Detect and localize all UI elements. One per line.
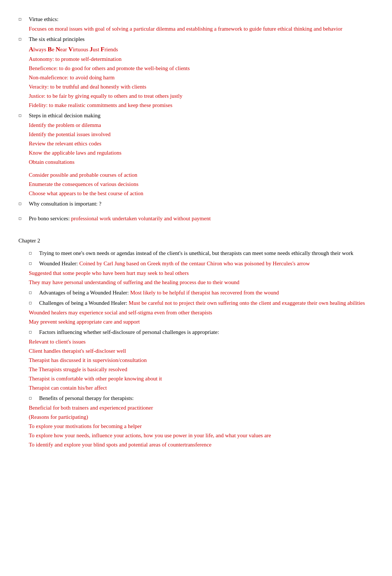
factors-sub: Relevant to client's issues Client handl… [29, 337, 374, 392]
letter-N: N [56, 46, 60, 53]
letter-A: A [29, 46, 33, 53]
bullet-icon-c2-1: ◻ [29, 249, 39, 256]
factors-label: Factors influencing whether self-disclos… [39, 328, 374, 337]
bullet-pro-bono: ◻ Pro bono services: professional work u… [18, 214, 374, 223]
benefit-2: (Reasons for participating) [29, 413, 374, 421]
pro-bono-label-text: Pro bono services: [29, 215, 71, 221]
step-know-laws: Know the applicable laws and regulations [29, 148, 374, 157]
letter-V: V [68, 46, 73, 53]
section-ethical-decision: ◻ Steps in ethical decision making Ident… [18, 111, 374, 198]
bullet-ethical-decision: ◻ Steps in ethical decision making [18, 111, 374, 120]
six-principles-label: The six ethical principles [29, 35, 374, 44]
virtue-ethics-sub: Focuses on moral issues with goal of sol… [29, 24, 374, 33]
factor-1: Relevant to client's issues [29, 337, 374, 346]
bullet-icon-c2-3: ◻ [29, 288, 39, 296]
factor-6: Therapist can contain his/her affect [29, 383, 374, 392]
bullet-six-principles: ◻ The six ethical principles [18, 35, 374, 44]
challenges-sub: Wounded healers may experience social an… [29, 308, 374, 326]
principles-mnemonic: Always Be Near Virtuous Just Friends [29, 44, 374, 54]
bullet-icon-c2-4: ◻ [29, 299, 39, 306]
step-choose-best: Choose what appears to be the best cours… [29, 189, 374, 198]
section-wounded-healer: ◻ Wounded Healer: Coined by Carl Jung ba… [18, 259, 374, 287]
bullet-icon-3: ◻ [18, 111, 29, 118]
section-factors-self-disclosure: ◻ Factors influencing whether self-discl… [18, 328, 374, 392]
section-pro-bono: ◻ Pro bono services: professional work u… [18, 214, 374, 223]
bullet-why-consultation: ◻ Why consultation is important: ? [18, 199, 374, 208]
ethical-decision-sub: Identify the problem or dilemma Identify… [29, 121, 374, 198]
factor-3: Therapist has discussed it in supervisio… [29, 356, 374, 365]
principle-justice: Justice: to be fair by giving equally to… [29, 92, 374, 100]
bullet-benefits: ◻ Benefits of personal therapy for thera… [18, 394, 374, 403]
six-principles-sub: Always Be Near Virtuous Just Friends Aut… [29, 44, 374, 110]
why-consultation-label: Why consultation is important: ? [29, 199, 374, 208]
challenges-label: Challenges of being a Wounded Healer: Mu… [39, 299, 374, 307]
advantages-label: Advantages of being a Wounded Healer: Mo… [39, 288, 374, 297]
bullet-icon-2: ◻ [18, 35, 29, 42]
section-virtue-ethics: ◻ Virtue ethics: Focuses on moral issues… [18, 15, 374, 33]
letter-J: J [90, 46, 93, 53]
benefits-sub: Beneficial for both trainers and experie… [29, 403, 374, 449]
bullet-wounded-healer: ◻ Wounded Healer: Coined by Carl Jung ba… [18, 259, 374, 268]
challenges-sub-1: Wounded healers may experience social an… [29, 308, 374, 317]
wounded-healer-sub-1: Suggested that some people who have been… [29, 269, 374, 277]
principle-fidelity: Fidelity: to make realistic commitments … [29, 101, 374, 110]
wounded-healer-title: Wounded Healer: [39, 261, 79, 266]
section-unethical-needs: ◻ Trying to meet one's own needs or agen… [18, 249, 374, 258]
step-identify-issues: Identify the potential issues involved [29, 130, 374, 139]
step-obtain-consultations: Obtain consultations [29, 158, 374, 166]
bullet-icon-5: ◻ [18, 214, 29, 221]
letter-F: F [101, 46, 104, 53]
principle-beneficence: Beneficence: to do good for others and p… [29, 64, 374, 73]
benefit-3: To explore your motivations for becoming… [29, 422, 374, 431]
step-spacer [29, 167, 374, 170]
wounded-healer-sub-2: They may have personal understanding of … [29, 278, 374, 287]
bullet-advantages: ◻ Advantages of being a Wounded Healer: … [18, 288, 374, 297]
advantages-desc: Most likely to be helpful if therapist h… [130, 290, 279, 296]
section-advantages-wounded-healer: ◻ Advantages of being a Wounded Healer: … [18, 288, 374, 297]
unethical-needs-label: Trying to meet one's own needs or agenda… [39, 249, 374, 258]
virtue-ethics-label: Virtue ethics: [29, 15, 374, 24]
virtue-ethics-desc: Focuses on moral issues with goal of sol… [29, 24, 374, 33]
wounded-healer-desc: Coined by Carl Jung based on Greek myth … [79, 261, 310, 266]
step-consider-courses: Consider possible and probable courses o… [29, 170, 374, 179]
challenges-desc: Must be careful not to project their own… [129, 300, 365, 306]
section-why-consultation: ◻ Why consultation is important: ? [18, 199, 374, 208]
bullet-icon-c2-2: ◻ [29, 259, 39, 266]
chapter-2-heading: Chapter 2 [18, 236, 374, 245]
challenges-title: Challenges of being a Wounded Healer: [39, 300, 129, 306]
benefit-1: Beneficial for both trainers and experie… [29, 403, 374, 412]
section-six-principles: ◻ The six ethical principles Always Be N… [18, 35, 374, 110]
factor-2: Client handles therapist's self-disclose… [29, 346, 374, 355]
section-benefits-personal-therapy: ◻ Benefits of personal therapy for thera… [18, 394, 374, 449]
bullet-icon-c2-6: ◻ [29, 394, 39, 401]
principle-veracity: Veracity: to be truthful and deal honest… [29, 82, 374, 91]
ethical-decision-label: Steps in ethical decision making [29, 111, 374, 120]
bullet-icon: ◻ [18, 15, 29, 22]
spacer-chapter2 [18, 224, 374, 230]
step-review-ethics: Review the relevant ethics codes [29, 139, 374, 148]
pro-bono-label: Pro bono services: professional work und… [29, 214, 374, 223]
wounded-healer-sub: Suggested that some people who have been… [29, 269, 374, 287]
benefits-label: Benefits of personal therapy for therapi… [39, 394, 374, 403]
principle-non-maleficence: Non-maleficence: to avoid doing harm [29, 73, 374, 82]
factor-4: The Therapists struggle is basically res… [29, 365, 374, 374]
factor-5: Therapist is comfortable with other peop… [29, 374, 374, 383]
pro-bono-desc: professional work undertaken voluntarily… [71, 215, 211, 221]
letter-B: B [48, 46, 52, 53]
bullet-unethical-needs: ◻ Trying to meet one's own needs or agen… [18, 249, 374, 258]
benefit-5: To identify and explore your blind spots… [29, 440, 374, 449]
benefit-4: To explore how your needs, influence you… [29, 431, 374, 440]
bullet-virtue-ethics: ◻ Virtue ethics: [18, 15, 374, 24]
bullet-icon-c2-5: ◻ [29, 328, 39, 335]
bullet-challenges: ◻ Challenges of being a Wounded Healer: … [18, 299, 374, 307]
bullet-factors: ◻ Factors influencing whether self-discl… [18, 328, 374, 337]
challenges-sub-2: May prevent seeking appropriate care and… [29, 317, 374, 326]
wounded-healer-label: Wounded Healer: Coined by Carl Jung base… [39, 259, 374, 268]
section-challenges-wounded-healer: ◻ Challenges of being a Wounded Healer: … [18, 299, 374, 326]
advantages-title: Advantages of being a Wounded Healer: [39, 290, 130, 296]
principle-autonomy: Autonomy: to promote self-determination [29, 55, 374, 63]
spacer-between [18, 209, 374, 214]
step-enumerate-consequences: Enumerate the consequences of various de… [29, 180, 374, 189]
step-identify-problem: Identify the problem or dilemma [29, 121, 374, 130]
bullet-icon-4: ◻ [18, 199, 29, 207]
